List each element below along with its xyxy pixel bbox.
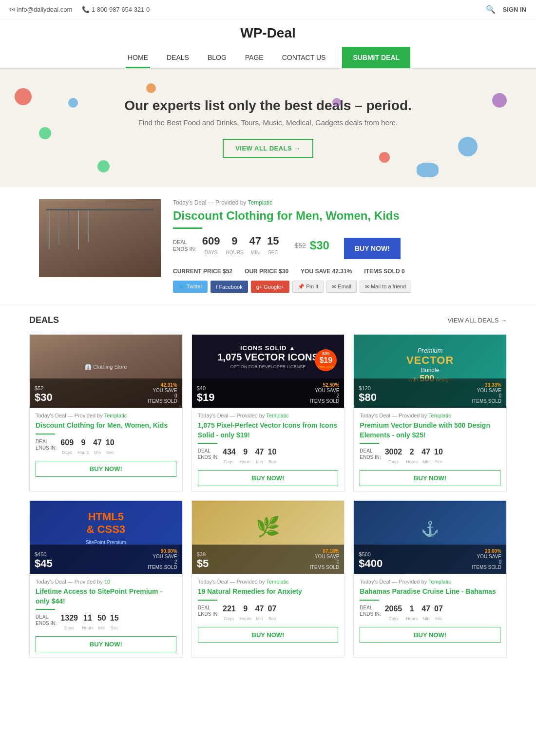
- share-twitter-button[interactable]: 🐦 Twitter: [173, 281, 208, 293]
- card-ends-label: DEALENDS IN:: [198, 448, 219, 460]
- featured-deal-image: [39, 199, 161, 277]
- blob-purple2: [332, 98, 341, 107]
- featured-info-row: CURRENT PRICE $52 OUR PRICE $30 YOU SAVE…: [173, 268, 497, 275]
- card-price-old: $52: [35, 385, 53, 391]
- site-logo[interactable]: WP-Deal: [0, 25, 536, 41]
- card-body: Today's Deal — Provided by Templatic 1,0…: [192, 408, 345, 491]
- blob-orange: [146, 83, 156, 93]
- hero-heading: Our experts list only the best deals – p…: [124, 98, 412, 113]
- card-buy-button[interactable]: BUY NOW!: [198, 470, 339, 486]
- card-stats: 90.00%YOU SAVE 2ITEMS SOLD: [148, 548, 177, 570]
- card-timer-days: 609 Days: [60, 438, 74, 456]
- share-facebook-button[interactable]: f Facebook: [211, 281, 248, 293]
- site-header: WP-Deal: [0, 19, 536, 47]
- card-price-old: $450: [35, 551, 53, 557]
- card-divider: [198, 443, 217, 444]
- blob-blue2: [458, 137, 478, 156]
- card-items-sold: 2ITEMS SOLD: [148, 559, 177, 570]
- card-ends-label: DEALENDS IN:: [36, 614, 57, 626]
- card-buy-button[interactable]: BUY NOW!: [360, 627, 500, 643]
- nav-contact[interactable]: CONTACT US: [280, 47, 328, 68]
- card-image: ICONS SOLID ▲1,075 VECTOR ICONSOPTION FO…: [192, 335, 345, 408]
- share-email-button[interactable]: ✉ Email: [326, 281, 357, 293]
- nav-page[interactable]: PAGE: [243, 47, 266, 68]
- share-google-button[interactable]: g+ Google+: [251, 281, 290, 293]
- card-timer-hours: 1 Hours: [406, 605, 418, 622]
- card-timer-sec: 15 sec: [110, 614, 119, 631]
- card-items-sold: 0ITEMS SOLD: [148, 393, 177, 404]
- card-title: Premium Vector Bundle with 500 Design El…: [360, 421, 500, 440]
- card-you-save: 52.50%YOU SAVE: [310, 382, 340, 393]
- current-price-label: CURRENT PRICE $52: [173, 268, 232, 275]
- card-buy-button[interactable]: BUY NOW!: [36, 636, 176, 652]
- timer-min: 47 MIN: [249, 235, 261, 256]
- view-all-deals-button[interactable]: VIEW ALL DEALS →: [223, 139, 313, 158]
- card-provider: Templatic: [266, 413, 288, 418]
- submit-deal-button[interactable]: SUBMIT DEAL: [342, 47, 410, 68]
- card-title: 19 Natural Remedies for Anxiety: [198, 587, 339, 597]
- card-stats: 20.00%YOU SAVE 0ITEMS SOLD: [472, 548, 501, 570]
- card-timer: DEALENDS IN: 2065 Days 1 Hours 47 min 0: [360, 605, 500, 622]
- card-timer-days: 1329 Days: [60, 614, 78, 631]
- card-title: Bahamas Paradise Cruise Line - Bahamas: [360, 587, 500, 597]
- search-icon[interactable]: 🔍: [486, 5, 496, 14]
- card-body: Today's Deal — Provided by Templatic Pre…: [354, 408, 506, 491]
- share-pinterest-button[interactable]: 📌 Pin It: [292, 281, 324, 293]
- featured-provider: Templatic: [248, 199, 272, 206]
- card-provided: Today's Deal — Provided by Templatic: [198, 579, 339, 585]
- share-mail-button[interactable]: ✉ Mail to a friend: [360, 281, 411, 293]
- nav-home[interactable]: HOME: [126, 47, 150, 68]
- card-ends-label: DEALENDS IN:: [198, 605, 219, 617]
- blob-green2: [97, 160, 110, 172]
- deal-ends-label: DEALENDS IN:: [173, 239, 196, 253]
- card-timer-sec: 10 sec: [434, 448, 443, 465]
- nav-deals[interactable]: DEALS: [165, 47, 191, 68]
- deals-header: DEALS VIEW ALL DEALS →: [29, 315, 507, 325]
- card-provider: Templatic: [428, 579, 451, 585]
- hero-section: Our experts list only the best deals – p…: [0, 69, 536, 187]
- card-timer-min: 50 min: [97, 614, 106, 631]
- card-price-new: $80: [359, 391, 377, 404]
- phone-label: 📞 1 800 987 654 321 0: [82, 6, 150, 13]
- card-buy-button[interactable]: BUY NOW!: [36, 461, 176, 477]
- card-overlay: $39 $5 87.18%YOU SAVE 0ITEMS SOLD: [192, 545, 345, 574]
- email-text: info@dailydeal.com: [17, 6, 73, 13]
- card-provided: Today's Deal — Provided by Templatic: [36, 413, 176, 418]
- card-price-new: $400: [359, 557, 383, 570]
- blob-red2: [379, 152, 390, 163]
- card-price-new: $30: [35, 391, 53, 404]
- card-stats: 42.31%YOU SAVE 0ITEMS SOLD: [148, 382, 177, 404]
- card-ends-label: DEALENDS IN:: [36, 438, 57, 451]
- card-timer-days: 434 Days: [223, 448, 236, 465]
- card-items-sold: 2ITEMS SOLD: [310, 393, 340, 404]
- card-price-new: $19: [197, 391, 215, 404]
- card-overlay: $40 $19 52.50%YOU SAVE 2ITEMS SOLD: [192, 378, 345, 408]
- blob-blue: [68, 98, 78, 108]
- card-buy-button[interactable]: BUY NOW!: [198, 627, 339, 643]
- card-price-new: $5: [197, 557, 209, 570]
- card-timer-days: 3002 Days: [385, 448, 402, 465]
- card-provider: Templatic: [266, 579, 288, 585]
- card-timer-min: 47 min: [421, 605, 430, 622]
- card-image: HTML5& CSS3SitePoint Premium $450 $45 90…: [30, 501, 182, 574]
- card-price-block: $39 $5: [197, 551, 209, 570]
- card-buy-button[interactable]: BUY NOW!: [360, 470, 500, 486]
- featured-buy-button[interactable]: BUY NOW!: [344, 238, 401, 259]
- deals-title: DEALS: [29, 315, 59, 325]
- card-title: Lifetime Access to SitePoint Premium - o…: [36, 587, 176, 606]
- view-all-deals-link[interactable]: VIEW ALL DEALS →: [447, 317, 507, 324]
- main-nav: HOME DEALS BLOG PAGE CONTACT US SUBMIT D…: [0, 47, 536, 69]
- card-items-sold: 0ITEMS SOLD: [472, 393, 501, 404]
- top-bar: ✉ info@dailydeal.com 📞 1 800 987 654 321…: [0, 0, 536, 19]
- card-items-sold: 0ITEMS SOLD: [472, 559, 501, 570]
- nav-blog[interactable]: BLOG: [206, 47, 229, 68]
- card-body: Today's Deal — Provided by 10 Lifetime A…: [30, 574, 182, 657]
- card-you-save: 33.33%YOU SAVE: [472, 382, 501, 393]
- card-ends-label: DEALENDS IN:: [360, 605, 381, 617]
- blob-red: [15, 88, 32, 105]
- card-price-block: $120 $80: [359, 385, 377, 404]
- signin-button[interactable]: SIGN IN: [503, 6, 526, 13]
- deals-section: DEALS VIEW ALL DEALS → 👔 Clothing Store …: [0, 305, 536, 667]
- card-overlay: $450 $45 90.00%YOU SAVE 2ITEMS SOLD: [30, 545, 182, 574]
- card-provider: Templatic: [104, 413, 127, 418]
